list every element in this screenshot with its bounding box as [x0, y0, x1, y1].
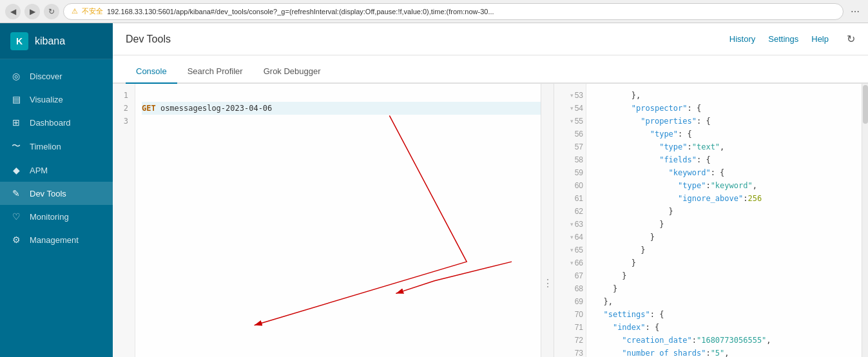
output-line-64: } [594, 231, 862, 244]
sidebar-item-apm[interactable]: ◆ APM [0, 159, 113, 182]
index-name: osmessageslog-2023-04-06 [156, 102, 273, 115]
out-ln-57: 57 [554, 140, 586, 153]
output-line-54: "prospector": { [594, 102, 862, 115]
output-line-66: } [594, 256, 862, 269]
sidebar-item-discover[interactable]: ◎ Discover [0, 64, 113, 88]
output-panel: ▾53 ▾54 ▾55 56 57 58 59 60 61 62 ▾63 ▾64… [554, 84, 868, 357]
out-ln-65: ▾65 [554, 244, 586, 256]
history-button[interactable]: History [729, 33, 755, 45]
out-ln-64: ▾64 [554, 231, 586, 244]
out-ln-55: ▾55 [554, 115, 586, 128]
output-line-68: } [594, 282, 862, 295]
browser-actions: ⋯ [847, 4, 863, 19]
line-num-2: 2 [115, 102, 132, 115]
out-ln-61: 61 [554, 192, 586, 205]
tab-grok-debugger-label: Grok Debugger [264, 66, 321, 76]
sidebar-item-management[interactable]: ⚙ Management [0, 228, 113, 251]
out-ln-58: 58 [554, 153, 586, 166]
management-icon: ⚙ [10, 235, 22, 245]
line-num-1: 1 [115, 89, 132, 102]
out-ln-59: 59 [554, 166, 586, 179]
scrollbar-thumb[interactable] [863, 85, 868, 124]
out-ln-68: 68 [554, 282, 586, 295]
help-button[interactable]: Help [811, 33, 829, 45]
devtools-header: Dev Tools History Settings Help ↻ [113, 23, 868, 55]
output-line-58: "fields": { [594, 153, 862, 166]
out-ln-72: 72 [554, 334, 586, 347]
output-line-56: "type": { [594, 128, 862, 140]
forward-button[interactable]: ▶ [24, 4, 40, 19]
output-line-70: "settings": { [594, 308, 862, 321]
output-line-55: "properties": { [594, 115, 862, 128]
out-ln-71: 71 [554, 321, 586, 334]
sidebar: K kibana ◎ Discover ▤ Visualize ⊞ Dashbo… [0, 23, 113, 357]
output-line-61: "ignore_above": 256 [594, 192, 862, 205]
output-line-63: } [594, 218, 862, 231]
editor-panel: 1 2 3 GET osmessageslog-2023-04-06 [113, 84, 541, 357]
sidebar-header: K kibana [0, 23, 113, 59]
apm-icon: ◆ [10, 165, 22, 175]
sidebar-item-devtools[interactable]: ✎ Dev Tools [0, 182, 113, 205]
scrollbar[interactable] [862, 84, 868, 357]
code-line-2: GET osmessageslog-2023-04-06 [142, 102, 541, 115]
url-bar: ⚠ 不安全 192.168.33.130:5601/app/kibana#/de… [63, 3, 844, 20]
sidebar-nav: ◎ Discover ▤ Visualize ⊞ Dashboard 〜 Tim… [0, 59, 113, 256]
discover-icon: ◎ [10, 71, 22, 81]
line-num-3: 3 [115, 115, 132, 128]
out-ln-56: 56 [554, 128, 586, 140]
output-line-73: "number_of_shards": "5", [594, 347, 862, 357]
output-line-67: } [594, 269, 862, 282]
get-keyword: GET [142, 102, 156, 115]
app-container: K kibana ◎ Discover ▤ Visualize ⊞ Dashbo… [0, 23, 868, 357]
tab-search-profiler[interactable]: Search Profiler [177, 60, 253, 84]
sidebar-item-label: Visualize [30, 95, 63, 104]
out-ln-60: 60 [554, 179, 586, 192]
settings-button[interactable]: Settings [768, 33, 798, 45]
out-ln-53: ▾53 [554, 89, 586, 102]
sidebar-item-monitoring[interactable]: ♡ Monitoring [0, 205, 113, 228]
content-area: Dev Tools History Settings Help ↻ Consol… [113, 23, 868, 357]
output-line-59: "keyword": { [594, 166, 862, 179]
sidebar-item-visualize[interactable]: ▤ Visualize [0, 88, 113, 111]
output-content[interactable]: }, "prospector": { "properties": { [586, 84, 862, 357]
sidebar-item-timelion[interactable]: 〜 Timelion [0, 134, 113, 159]
code-editor[interactable]: 1 2 3 GET osmessageslog-2023-04-06 [113, 84, 541, 357]
out-ln-69: 69 [554, 295, 586, 308]
devtools-page-title: Dev Tools [126, 34, 171, 45]
url-text[interactable]: 192.168.33.130:5601/app/kibana#/dev_tool… [107, 8, 494, 15]
monitoring-icon: ♡ [10, 211, 22, 222]
timelion-icon: 〜 [10, 140, 22, 152]
code-content[interactable]: GET osmessageslog-2023-04-06 [135, 84, 541, 357]
kibana-logo: K [10, 32, 28, 50]
sidebar-item-dashboard[interactable]: ⊞ Dashboard [0, 111, 113, 134]
dashboard-icon: ⊞ [10, 117, 22, 128]
tab-grok-debugger[interactable]: Grok Debugger [253, 60, 331, 84]
back-button[interactable]: ◀ [5, 4, 21, 19]
browser-more-button[interactable]: ⋯ [847, 4, 863, 19]
tab-console[interactable]: Console [126, 60, 177, 84]
sidebar-item-label: Monitoring [30, 212, 69, 222]
sidebar-item-label: Dev Tools [30, 189, 66, 198]
sidebar-item-label: Management [30, 235, 79, 245]
output-line-numbers: ▾53 ▾54 ▾55 56 57 58 59 60 61 62 ▾63 ▾64… [554, 84, 586, 357]
out-ln-66: ▾66 [554, 256, 586, 269]
sidebar-item-label: Discover [30, 72, 63, 81]
code-line-3 [142, 115, 541, 128]
security-icon: ⚠ [72, 7, 78, 15]
sidebar-item-label: Dashboard [30, 118, 71, 128]
line-numbers: 1 2 3 [113, 84, 135, 357]
tabs-bar: Console Search Profiler Grok Debugger [113, 55, 868, 84]
sidebar-title: kibana [35, 35, 65, 47]
sidebar-item-label: APM [30, 166, 48, 175]
output-line-69: }, [594, 295, 862, 308]
security-label: 不安全 [82, 6, 103, 16]
devtools-icon: ✎ [10, 188, 22, 198]
refresh-button[interactable]: ↻ [44, 4, 59, 19]
out-ln-62: 62 [554, 205, 586, 218]
editor-container: 1 2 3 GET osmessageslog-2023-04-06 [113, 84, 868, 357]
output-line-62: } [594, 205, 862, 218]
visualize-icon: ▤ [10, 94, 22, 104]
output-line-57: "type": "text", [594, 140, 862, 153]
line-expand-icon: ▾ [570, 89, 574, 102]
output-line-72: "creation_date": "1680773056555", [594, 334, 862, 347]
